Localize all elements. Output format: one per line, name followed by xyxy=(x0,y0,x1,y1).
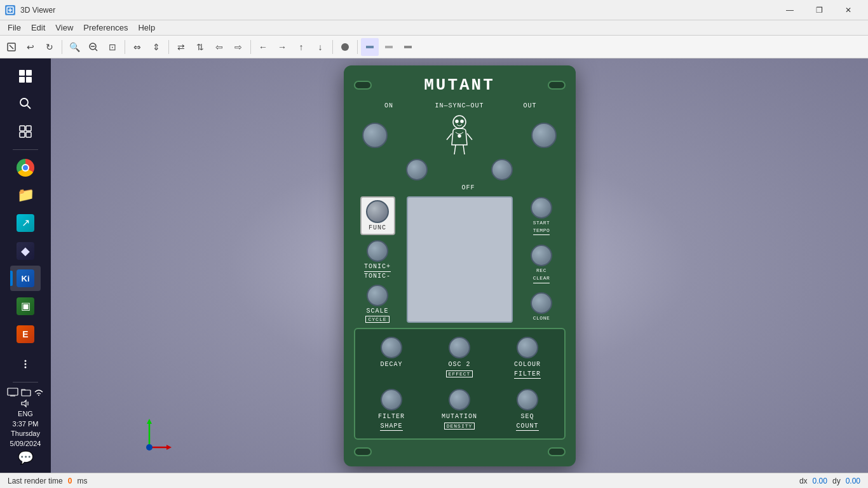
out-label: OUT xyxy=(495,102,566,109)
layer-bottom-button[interactable] xyxy=(399,38,417,56)
func-knob[interactable] xyxy=(366,200,389,223)
left-controls: FUNC TONIC+ TONIC- SCALE CYCLE xyxy=(354,196,402,323)
osc2-knob[interactable] xyxy=(449,337,470,358)
move-right-button[interactable]: → xyxy=(273,38,291,56)
mid-section: FUNC TONIC+ TONIC- SCALE CYCLE xyxy=(354,196,566,323)
taskbar-text-editor[interactable]: E xyxy=(10,322,41,347)
pan-right-button[interactable]: ⇨ xyxy=(229,38,247,56)
clone-label: CLONE xyxy=(533,315,550,322)
close-button[interactable]: ✕ xyxy=(834,0,863,20)
move-left-button[interactable]: ← xyxy=(254,38,272,56)
sep-1 xyxy=(62,40,62,54)
clone-knob[interactable] xyxy=(531,292,552,314)
select-tool-button[interactable] xyxy=(3,38,20,56)
top-labels: ON IN—SYNC—OUT OUT xyxy=(354,102,566,109)
svg-rect-17 xyxy=(26,132,31,137)
right-controls: START TEMPO REC CLEAR CLONE xyxy=(518,196,566,323)
seq-knob[interactable] xyxy=(517,389,538,410)
taskbar-kicad[interactable]: Ki xyxy=(10,266,41,291)
move-up-button[interactable]: ↑ xyxy=(292,38,310,56)
menu-help[interactable]: Help xyxy=(133,22,160,34)
menu-edit[interactable]: Edit xyxy=(26,22,50,34)
mirror-h-button[interactable]: ⇔ xyxy=(128,38,146,56)
func-button-box[interactable]: FUNC xyxy=(360,196,395,235)
pan-left-button[interactable]: ⇦ xyxy=(210,38,228,56)
sync-out-knob[interactable] xyxy=(491,159,513,180)
svg-rect-14 xyxy=(20,126,25,131)
colour-knob[interactable] xyxy=(517,337,538,358)
pcb-title: MUTANT xyxy=(424,76,495,95)
tempo-label: TEMPO xyxy=(533,227,550,235)
svg-rect-10 xyxy=(385,46,393,48)
sep-2 xyxy=(125,40,125,54)
svg-point-19 xyxy=(25,363,27,365)
tray-eng: ENG xyxy=(10,409,41,419)
minimize-button[interactable]: — xyxy=(775,0,804,20)
svg-point-38 xyxy=(146,444,153,451)
mount-hole-bottom-left xyxy=(354,447,372,456)
taskbar-chrome[interactable] xyxy=(10,155,41,180)
taskbar-bottom: ENG 3:37 PM Thursday 5/09/2024 💬 xyxy=(6,349,44,468)
taskbar-search[interactable] xyxy=(10,92,41,117)
taskbar-windows[interactable] xyxy=(10,64,41,89)
rotate-button[interactable]: ↻ xyxy=(41,38,58,56)
tray-day: Thursday xyxy=(10,429,41,438)
flip-v-button[interactable]: ⇅ xyxy=(191,38,209,56)
maximize-button[interactable]: ❐ xyxy=(804,0,834,20)
seq-count-item: SEQ COUNT xyxy=(496,389,559,431)
taskbar-inkscape[interactable]: ◆ xyxy=(10,238,41,264)
mount-hole-bottom-right xyxy=(548,447,566,456)
out-knob[interactable] xyxy=(531,123,557,148)
decay-label: DECAY xyxy=(380,361,402,368)
zoom-in-button[interactable]: 🔍 xyxy=(65,38,83,56)
mirror-v-button[interactable]: ⇕ xyxy=(147,38,165,56)
dx-value: 0.00 xyxy=(813,477,827,485)
off-section: OFF xyxy=(354,184,566,191)
start-knob[interactable] xyxy=(531,197,552,219)
osc2-item: OSC 2 EFFECT xyxy=(428,337,491,379)
tray-time: 3:37 PM xyxy=(10,419,41,429)
3d-viewer[interactable]: MUTANT ON IN—SYNC—OUT OUT xyxy=(51,58,868,473)
svg-rect-23 xyxy=(22,390,31,396)
system-tray: ENG 3:37 PM Thursday 5/09/2024 💬 xyxy=(6,385,44,468)
tonic-plus-label: TONIC+ xyxy=(364,263,391,270)
wifi-icon xyxy=(34,388,44,396)
axes-indicator xyxy=(127,416,165,454)
zoom-fit-button[interactable]: ⊡ xyxy=(104,38,121,56)
taskbar-pcb-editor[interactable]: ▣ xyxy=(10,294,41,319)
mutation-knob[interactable] xyxy=(449,389,470,410)
svg-point-31 xyxy=(458,135,461,137)
taskbar-taskview[interactable] xyxy=(10,119,41,144)
filter-label: FILTER xyxy=(378,413,405,420)
undo-button[interactable]: ↩ xyxy=(22,38,39,56)
effect-label: EFFECT xyxy=(446,370,473,377)
seq-label: SEQ xyxy=(520,413,534,420)
on-knob[interactable] xyxy=(362,123,388,148)
zoom-out-button[interactable] xyxy=(85,38,102,56)
menu-file[interactable]: File xyxy=(3,22,26,34)
tray-chat[interactable]: 💬 xyxy=(18,450,34,465)
tray-text: ENG 3:37 PM Thursday 5/09/2024 xyxy=(10,409,41,449)
start-label: START xyxy=(533,220,550,226)
shape-label: SHAPE xyxy=(380,423,402,431)
move-down-button[interactable]: ↓ xyxy=(311,38,329,56)
filter-shape-knob[interactable] xyxy=(381,389,402,410)
render-button[interactable] xyxy=(336,38,354,56)
taskbar-more[interactable] xyxy=(10,349,41,379)
scale-knob[interactable] xyxy=(367,285,388,306)
scale-group: SCALE CYCLE xyxy=(365,285,389,323)
decay-knob[interactable] xyxy=(381,337,402,358)
sep-3 xyxy=(168,40,169,54)
layer-mid-button[interactable] xyxy=(380,38,398,56)
menu-view[interactable]: View xyxy=(50,22,78,34)
taskbar-files[interactable]: 📁 xyxy=(10,182,41,208)
sync-text: IN—SYNC—OUT xyxy=(435,102,484,109)
taskbar-arrow-app[interactable]: ↗ xyxy=(10,210,41,236)
tonic-knob[interactable] xyxy=(367,240,388,262)
layer-top-button[interactable] xyxy=(361,38,379,56)
rec-knob[interactable] xyxy=(531,245,552,266)
in-knob[interactable] xyxy=(406,159,428,180)
flip-h-button[interactable]: ⇄ xyxy=(172,38,190,56)
rec-label: REC xyxy=(536,268,546,274)
menu-preferences[interactable]: Preferences xyxy=(78,22,133,34)
